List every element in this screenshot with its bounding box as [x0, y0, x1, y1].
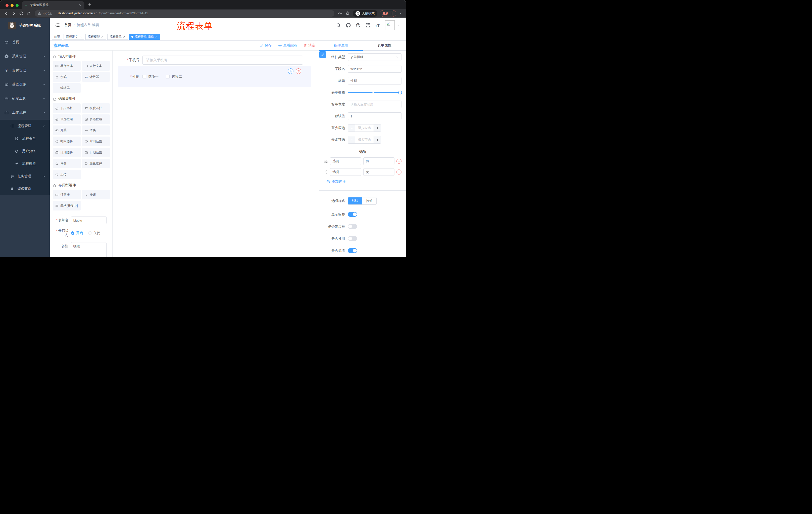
- window-caret-icon[interactable]: [399, 12, 402, 15]
- user-avatar[interactable]: [385, 20, 395, 30]
- gender-option2-checkbox[interactable]: 选项二: [166, 75, 182, 79]
- decrease-button[interactable]: [348, 125, 355, 132]
- fullscreen-icon[interactable]: [366, 23, 370, 28]
- home-icon[interactable]: [27, 11, 31, 16]
- tag-close-icon[interactable]: [101, 35, 104, 38]
- remove-option-button[interactable]: [397, 169, 402, 174]
- tag[interactable]: 流程表单: [107, 34, 128, 40]
- copy-widget-button[interactable]: [288, 69, 293, 74]
- zoom-window-button[interactable]: [16, 4, 19, 7]
- palette-item[interactable]: 时间范围: [82, 137, 110, 146]
- tag-close-icon[interactable]: [79, 35, 82, 38]
- title-input[interactable]: [348, 77, 402, 84]
- font-size-icon[interactable]: TT: [375, 23, 380, 28]
- remark-textarea[interactable]: 嘿嘿: [71, 242, 107, 257]
- palette-item[interactable]: 单行文本: [53, 61, 81, 71]
- toggle-switch[interactable]: [348, 248, 357, 253]
- address-bar[interactable]: 不安全 dashboard.yudao.iocoder.cn/bpm/manag…: [35, 10, 335, 17]
- sidebar-item[interactable]: ¥ 支付管理: [0, 63, 50, 77]
- palette-item[interactable]: 表格[开发中]: [53, 201, 81, 211]
- decrease-button[interactable]: [348, 136, 355, 143]
- palette-item[interactable]: 上传: [53, 170, 81, 179]
- max-select-input[interactable]: [355, 136, 374, 143]
- tag[interactable]: 流程定义: [63, 34, 84, 40]
- label-width-input[interactable]: [348, 101, 402, 108]
- style-default-button[interactable]: 默认: [348, 197, 362, 205]
- reload-icon[interactable]: [19, 11, 24, 16]
- toggle-switch[interactable]: [348, 212, 357, 217]
- new-tab-button[interactable]: [86, 1, 93, 8]
- phone-input[interactable]: [142, 56, 303, 64]
- palette-item[interactable]: 密码: [53, 72, 81, 82]
- tab-component-props[interactable]: 组件属性: [319, 41, 363, 50]
- sidebar-item[interactable]: 流程模型: [0, 157, 50, 170]
- tab-close-icon[interactable]: [79, 3, 82, 7]
- close-window-button[interactable]: [5, 4, 8, 7]
- sidebar-item[interactable]: 研发工具: [0, 91, 50, 106]
- view-json-button[interactable]: 查看json: [278, 43, 297, 48]
- toggle-switch[interactable]: [348, 236, 357, 241]
- add-option-button[interactable]: 添加选项: [326, 179, 402, 184]
- palette-item[interactable]: 多选框组: [82, 114, 110, 124]
- palette-item[interactable]: 评分: [53, 159, 81, 168]
- sidebar-item[interactable]: 任务管理: [0, 170, 50, 183]
- sidebar-item[interactable]: 流程管理: [0, 120, 50, 132]
- palette-item[interactable]: 编辑器: [53, 83, 81, 93]
- sidebar-item[interactable]: 基础设施: [0, 77, 50, 91]
- palette-item[interactable]: 时间选择: [53, 137, 81, 146]
- sidebar-item[interactable]: 请假查询: [0, 183, 50, 195]
- min-select-input[interactable]: [355, 125, 374, 132]
- sidebar-toggle-button[interactable]: [55, 23, 60, 28]
- tag-close-icon[interactable]: [123, 35, 126, 38]
- help-icon[interactable]: ?: [356, 23, 360, 28]
- palette-item[interactable]: 按钮: [82, 190, 110, 199]
- tag[interactable]: 流程表单-编辑: [129, 34, 160, 40]
- field-name-input[interactable]: [348, 65, 402, 73]
- drag-handle-icon[interactable]: [324, 159, 328, 163]
- palette-item[interactable]: 123 计数器: [82, 72, 110, 82]
- github-icon[interactable]: [346, 23, 351, 28]
- password-manager-icon[interactable]: [338, 11, 343, 16]
- back-icon[interactable]: [4, 11, 8, 16]
- browser-tab[interactable]: 芋道管理系统: [22, 1, 84, 9]
- option-label-input[interactable]: [330, 168, 361, 176]
- status-off-radio[interactable]: 关闭: [88, 231, 100, 235]
- palette-item[interactable]: 日期选择: [53, 147, 81, 157]
- option-value-input[interactable]: [363, 168, 395, 176]
- palette-item[interactable]: 颜色选择: [82, 159, 110, 168]
- option-label-input[interactable]: [330, 157, 361, 165]
- resize-handle-icon[interactable]: [103, 256, 106, 257]
- palette-item[interactable]: 行容器: [53, 190, 81, 199]
- sidebar-item[interactable]: 工作流程: [0, 106, 50, 120]
- component-type-select[interactable]: 多选框组: [348, 53, 402, 61]
- browser-menu-icon[interactable]: [390, 12, 394, 15]
- palette-item[interactable]: 单选框组: [53, 114, 81, 124]
- sidebar-item[interactable]: 系统管理: [0, 49, 50, 63]
- toggle-switch[interactable]: [348, 224, 357, 229]
- style-button-button[interactable]: 按钮: [362, 197, 376, 205]
- selected-widget[interactable]: *性别 选项一 选项二: [118, 66, 311, 87]
- slider-track[interactable]: [348, 92, 402, 93]
- slider-thumb[interactable]: [398, 91, 402, 94]
- window-controls[interactable]: [2, 4, 22, 7]
- forward-icon[interactable]: [11, 11, 16, 16]
- palette-item[interactable]: 多行文本: [82, 61, 110, 71]
- sidebar-item[interactable]: 流程表单: [0, 132, 50, 145]
- increase-button[interactable]: [374, 136, 381, 143]
- remove-option-button[interactable]: [397, 159, 402, 164]
- palette-item[interactable]: 滑块: [82, 126, 110, 135]
- gender-option1-checkbox[interactable]: 选项一: [142, 75, 158, 79]
- bookmark-icon[interactable]: [345, 11, 350, 16]
- grid-slider[interactable]: [348, 89, 402, 96]
- status-on-radio[interactable]: 开启: [71, 231, 83, 235]
- breadcrumb-home[interactable]: 首页: [64, 23, 71, 27]
- clear-button[interactable]: 清空: [303, 43, 315, 48]
- palette-item[interactable]: 级联选择: [82, 103, 110, 113]
- increase-button[interactable]: [374, 125, 381, 132]
- sidebar-item[interactable]: 用户分组: [0, 145, 50, 157]
- palette-item[interactable]: 日期范围: [82, 147, 110, 157]
- option-value-input[interactable]: [363, 157, 395, 165]
- form-name-input[interactable]: [71, 217, 107, 224]
- save-button[interactable]: 保存: [260, 43, 271, 48]
- tab-form-props[interactable]: 表单属性: [363, 41, 406, 50]
